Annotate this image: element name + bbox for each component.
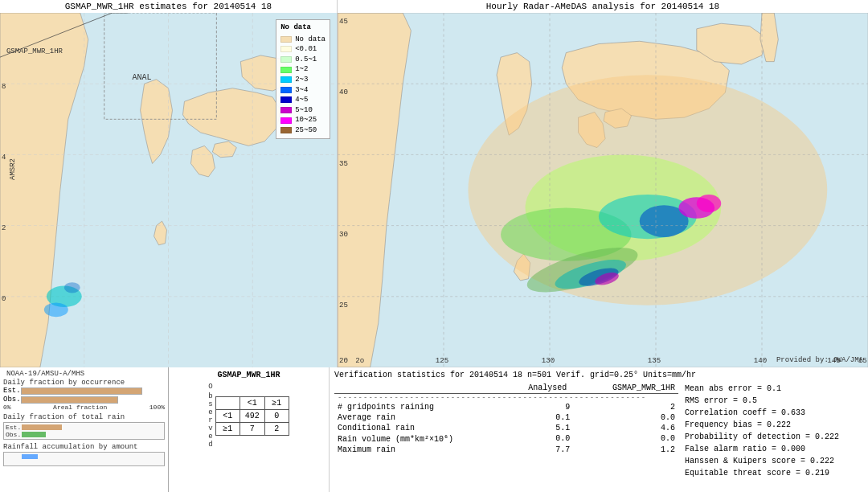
stat-rms-error: RMS error = 0.5 xyxy=(685,395,863,407)
axis-occ: 0% Areal fraction 100% xyxy=(3,404,165,411)
stats-row-avgrain: Average rain 0.1 0.0 xyxy=(334,412,678,423)
svg-point-42 xyxy=(697,195,721,212)
left-map-area: GSMAP_MWR_1HR 8 4 2 0 ANAL AMSR2 No data… xyxy=(0,13,337,367)
svg-text:8: 8 xyxy=(2,81,6,91)
stats-col-label xyxy=(334,383,495,394)
legend-label-5: 5~10 xyxy=(295,105,313,116)
svg-text:4: 4 xyxy=(2,153,6,162)
stats-label-maxrain: Maximum rain xyxy=(334,445,495,455)
svg-text:ANAL: ANAL xyxy=(133,72,152,82)
svg-text:130: 130 xyxy=(542,356,555,365)
legend-item-nodata: No data xyxy=(280,35,326,45)
stats-val1-condrain: 5.1 xyxy=(495,423,573,433)
stats-header-row: Analysed GSMAP_MWR_1HR xyxy=(334,383,678,394)
legend-label-25: 25~50 xyxy=(295,125,317,136)
provided-by-label: Provided by: JWA/JMA xyxy=(776,356,863,364)
legend-item-001: <0.01 xyxy=(280,44,326,55)
left-map-title: GSMAP_MWR_1HR estimates for 20140514 18 xyxy=(0,0,337,13)
occurrence-chart-section: Daily fraction by occurrence Est. Obs. 0… xyxy=(3,379,165,411)
stats-row-condrain: Conditional rain 5.1 4.6 xyxy=(334,423,678,433)
right-map-title: Hourly Radar-AMeDAS analysis for 2014051… xyxy=(338,0,868,13)
stat-prob-detection: Probability of detection = 0.222 xyxy=(685,431,863,443)
stats-val2-rainvol: 0.0 xyxy=(573,433,678,445)
svg-text:25: 25 xyxy=(339,301,348,310)
stat-freq-bias: Frequency bias = 0.222 xyxy=(685,419,863,431)
svg-text:20: 20 xyxy=(339,356,348,365)
stats-divider-row: ----------------------------------------… xyxy=(334,394,678,403)
obs-bar-occ xyxy=(21,396,118,404)
stats-row-gridpoints: # gridpoints raining 9 2 xyxy=(334,402,678,412)
stats-val1-maxrain: 7.7 xyxy=(495,445,573,455)
stat-corr-coeff: Correlation coeff = 0.633 xyxy=(685,407,863,419)
svg-text:45: 45 xyxy=(339,17,348,26)
ct-col1-header: <1 xyxy=(240,396,264,409)
legend-label-1: 1~2 xyxy=(295,64,308,75)
legend-label-10: 10~25 xyxy=(295,115,317,125)
stats-col-gsmap: GSMAP_MWR_1HR xyxy=(573,383,678,394)
legend-item-25: 25~50 xyxy=(280,125,326,136)
ct-empty-header xyxy=(215,396,240,409)
axis-0-label: 0% xyxy=(3,404,11,411)
svg-text:0: 0 xyxy=(2,294,6,304)
noaa-label: NOAA-19/AMSU-A/MHS xyxy=(3,369,165,379)
legend-label-2: 2~3 xyxy=(295,75,308,85)
obs-label-occ: Obs. xyxy=(3,396,19,404)
ct-row1-header: <1 xyxy=(215,409,240,422)
ct-val-01: 0 xyxy=(264,409,289,422)
obs-rain-bar xyxy=(22,432,46,437)
stats-val2-condrain: 4.6 xyxy=(573,423,678,433)
stats-divider: ----------------------------------------… xyxy=(334,394,678,403)
stats-table: Analysed GSMAP_MWR_1HR -----------------… xyxy=(334,383,678,455)
ct-val-10: 7 xyxy=(240,422,264,435)
ct-row2-header: ≥1 xyxy=(215,422,240,435)
contingency-title: GSMAP_MWR_1HR xyxy=(217,371,280,379)
right-stats-section: Mean abs error = 0.1 RMS error = 0.5 Cor… xyxy=(678,383,863,489)
stats-row-maxrain: Maximum rain 7.7 1.2 xyxy=(334,445,678,455)
stats-content: Analysed GSMAP_MWR_1HR -----------------… xyxy=(334,383,863,489)
right-map-area: 45 40 35 30 25 20 125 130 135 140 145 15… xyxy=(338,13,868,367)
obs-col-s: s xyxy=(208,400,212,408)
stats-val2-avgrain: 0.0 xyxy=(573,412,678,423)
obs-col-b: b xyxy=(208,392,212,400)
stats-val1-avgrain: 0.1 xyxy=(495,412,573,423)
svg-text:40: 40 xyxy=(339,88,348,96)
stats-val2-gridpoints: 2 xyxy=(573,402,678,412)
svg-text:30: 30 xyxy=(339,230,348,239)
svg-text:135: 135 xyxy=(648,356,661,365)
legend-label-3: 3~4 xyxy=(295,85,308,96)
stats-label-condrain: Conditional rain xyxy=(334,423,495,433)
stats-val2-maxrain: 1.2 xyxy=(573,445,678,455)
legend-item-10: 10~25 xyxy=(280,115,326,125)
svg-text:35: 35 xyxy=(339,158,348,167)
right-map-svg: 45 40 35 30 25 20 125 130 135 140 145 15… xyxy=(338,13,868,367)
rain-fraction-section: Daily fraction of total rain Est. Obs. xyxy=(3,413,165,441)
est-label-rain: Est. xyxy=(6,424,21,431)
ct-header-row: <1 ≥1 xyxy=(215,396,289,409)
occurrence-chart-title: Daily fraction by occurrence xyxy=(3,379,165,387)
est-label-occ: Est. xyxy=(3,387,19,395)
obs-label-rain: Obs. xyxy=(6,431,21,438)
legend-item-4: 4~5 xyxy=(280,95,326,105)
svg-text:140: 140 xyxy=(754,356,768,365)
legend-item-5: 5~10 xyxy=(280,105,326,116)
stat-hanssen-kuipers: Hanssen & Kuipers score = 0.222 xyxy=(685,455,863,467)
amsr2-label: AMSR2 xyxy=(9,158,17,180)
stats-col-analysed: Analysed xyxy=(495,383,573,394)
contingency-table-wrapper: O b s e r v e d <1 ≥1 <1 xyxy=(208,383,289,449)
bottom-left-section: NOAA-19/AMSU-A/MHS Daily fraction by occ… xyxy=(0,367,169,492)
legend-label-nodata: No data xyxy=(295,35,326,45)
left-map-panel: GSMAP_MWR_1HR estimates for 20140514 18 xyxy=(0,0,338,367)
obs-col-header: O xyxy=(208,383,212,391)
bottom-section: NOAA-19/AMSU-A/MHS Daily fraction by occ… xyxy=(0,367,868,492)
ct-val-11: 2 xyxy=(264,422,289,435)
svg-text:2o: 2o xyxy=(355,356,364,365)
right-map-panel: Hourly Radar-AMeDAS analysis for 2014051… xyxy=(338,0,868,367)
contingency-table: <1 ≥1 <1 492 0 ≥1 7 2 xyxy=(215,396,289,436)
stats-val1-gridpoints: 9 xyxy=(495,402,573,412)
obs-col-e: e xyxy=(208,408,212,416)
legend-item-3: 3~4 xyxy=(280,85,326,96)
legend-item-05: 0.5~1 xyxy=(280,55,326,65)
ct-col2-header: ≥1 xyxy=(264,396,289,409)
svg-text:2: 2 xyxy=(2,223,6,233)
rainfall-acc-chart xyxy=(3,452,165,466)
